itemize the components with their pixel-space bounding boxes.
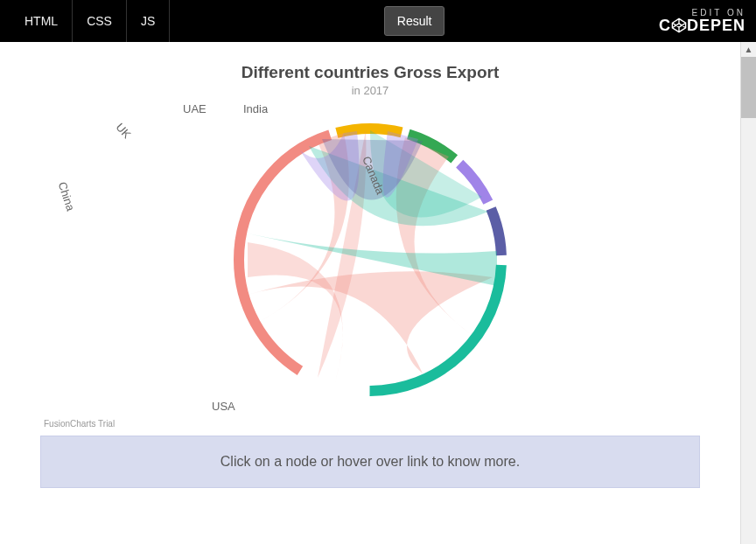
label-usa: USA	[212, 400, 235, 413]
chart-subtitle: in 2017	[40, 84, 700, 97]
brand-edit-on-label: EDIT ON	[659, 8, 746, 17]
hint-message-box: Click on a node or hover over link to kn…	[40, 436, 700, 488]
chart-title: Different countries Gross Export	[40, 63, 700, 82]
label-uae: UAE	[183, 102, 206, 115]
tab-html[interactable]: HTML	[10, 0, 73, 42]
top-bar: HTML CSS JS Result EDIT ON C DEPEN	[0, 0, 756, 42]
codepen-brand[interactable]: EDIT ON C DEPEN	[659, 8, 746, 35]
codepen-icon	[671, 17, 687, 33]
tab-js[interactable]: JS	[127, 0, 170, 42]
vertical-scrollbar[interactable]: ▲	[740, 42, 756, 544]
scroll-up-icon[interactable]: ▲	[741, 42, 756, 57]
scroll-thumb[interactable]	[741, 57, 756, 118]
trial-watermark: FusionCharts Trial	[40, 417, 700, 430]
editor-tabs: HTML CSS JS	[10, 0, 170, 42]
chord-chart[interactable]: USA China UK UAE India Canada	[40, 102, 700, 417]
brand-codepen-label: C DEPEN	[659, 17, 746, 35]
result-frame: Different countries Gross Export in 2017	[0, 42, 756, 544]
result-content: Different countries Gross Export in 2017	[0, 42, 740, 544]
result-button[interactable]: Result	[384, 6, 445, 36]
tab-css[interactable]: CSS	[73, 0, 127, 42]
label-india: India	[243, 102, 268, 115]
